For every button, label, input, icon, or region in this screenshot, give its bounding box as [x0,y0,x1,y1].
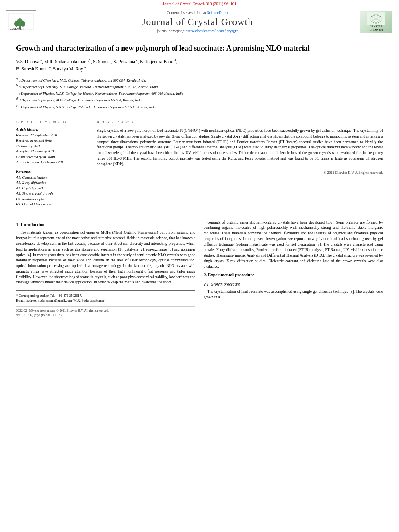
email-label: E-mail address: [16,298,37,302]
journal-header: ELSEVIER Contents lists available at Sci… [0,7,399,37]
accepted-date: Accepted 23 January 2011 [16,149,82,154]
keyword-5: B3. Nonlinear optical [16,197,82,202]
affiliation-c: c c Department of Physics, N.S.S. Colleg… [16,90,383,97]
main-content: Growth and characterization of a new pol… [0,37,399,326]
contents-available-line: Contents lists available at ScienceDirec… [167,11,228,15]
svg-point-3 [14,21,19,27]
corresponding-author-note: * Corresponding author. Tel.: +91 471 25… [16,293,195,298]
journal-reference-bar: Journal of Crystal Growth 319 (2011) 96–… [0,0,399,7]
issn-line: 0022-0248/$ - see front matter © 2011 El… [16,308,195,313]
keyword-4: A2. Single crystal growth [16,191,82,197]
email-address: sudarsanmr@gmail.com (M.R. Sudarsanakuma… [38,298,106,302]
keyword-1: A1. Characterization [16,175,82,181]
revised-date: 15 January 2011 [16,144,82,149]
crystal-growth-logo-container: CRYSTAL GROWTH CRYSTALGROWTH [358,10,394,33]
keyword-2: A1. X-ray diffraction [16,180,82,186]
history-title: Article history: [16,127,82,133]
article-info-column: A R T I C L E I N F O Article history: R… [16,120,88,207]
section2-heading: 2. Experimental procedure [204,272,383,278]
keywords-title: Keywords: [16,169,82,173]
body-content: 1. Introduction The materials known as c… [16,220,383,318]
elsevier-logo-container: ELSEVIER [5,10,37,33]
intro-paragraph-2: comings of organic materials, semi-organ… [204,220,383,270]
journal-main-title: Journal of Crystal Growth [142,16,253,27]
journal-title-container: Contents lists available at ScienceDirec… [40,10,355,33]
keywords-section: Keywords: A1. Characterization A1. X-ray… [16,169,82,207]
available-online: Available online 1 February 2011 [16,160,82,165]
journal-ref-text: Journal of Crystal Growth 319 (2011) 96–… [162,2,237,6]
homepage-line: journal homepage: www.elsevier.com/locat… [157,29,239,33]
email-footnote: E-mail address: sudarsanmr@gmail.com (M.… [16,298,195,303]
body-right-column: comings of organic materials, semi-organ… [204,220,383,318]
affiliations: a a Department of Chemistry, M.G. Colleg… [16,77,383,115]
info-abstract-section: A R T I C L E I N F O Article history: R… [16,120,383,207]
authors-line: V.S. Dhanya a, M.R. Sudarsanakumar a,*, … [16,58,383,72]
received-date: Received 22 September 2010 [16,133,82,138]
doi-line: doi:10.1016/j.jcrysgro.2011.01.073 [16,313,195,318]
svg-text:ELSEVIER: ELSEVIER [10,27,24,30]
affiliation-d: d d Department of Physics, M.G. College,… [16,97,383,103]
svg-point-4 [21,21,25,27]
affiliation-a: a a Department of Chemistry, M.G. Colleg… [16,77,383,84]
issn-doi-footnote: 0022-0248/$ - see front matter © 2011 El… [16,306,195,318]
received-revised-label: Received in revised form [16,138,82,144]
copyright-line: © 2011 Elsevier B.V. All rights reserved… [97,170,383,175]
elsevier-logo-svg: ELSEVIER [8,12,34,31]
abstract-column: A B S T R A C T Single crystals of a new… [97,120,383,207]
communicated-by: Communicated by M. Roth [16,154,82,160]
section2-subheading: 2.1. Growth procedure [204,281,383,288]
keyword-6: B3. Optical fiber devices [16,202,82,207]
author-dhanya: V.S. Dhanya a, M.R. Sudarsanakumar a,*, … [16,59,177,64]
section2-paragraph: The crystallization of lead succinate wa… [204,289,383,300]
crystal-growth-logo-text: CRYSTALGROWTH [369,25,383,31]
keyword-3: A1. Crystal growth [16,186,82,191]
footnote-area: * Corresponding author. Tel.: +91 471 25… [16,290,195,303]
body-left-column: 1. Introduction The materials known as c… [16,220,195,318]
intro-paragraph-1: The materials known as coordination poly… [16,230,195,286]
article-history: Article history: Received 22 September 2… [16,127,82,165]
sciencedirect-link[interactable]: ScienceDirect [207,11,228,15]
affiliation-e: e e Department of Physics, N.S.S. Colleg… [16,103,383,110]
contents-label: Contents lists available at [167,11,206,15]
article-info-label: A R T I C L E I N F O [16,120,82,124]
abstract-text: Single crystals of a new polymorph of le… [97,128,383,167]
homepage-url[interactable]: www.elsevier.com/locate/jcrysgro [186,29,238,33]
crystal-growth-logo: CRYSTAL GROWTH CRYSTALGROWTH [360,11,392,33]
affiliation-b: b b Department of Chemistry, S.N. Colleg… [16,83,383,90]
elsevier-logo: ELSEVIER [6,10,36,33]
homepage-label: journal homepage: [157,29,185,33]
article-title: Growth and characterization of a new pol… [16,44,383,53]
section-divider [16,214,383,214]
crystal-logo-svg: CRYSTAL GROWTH [362,12,390,25]
section1-heading: 1. Introduction [16,222,195,228]
author-suresh: B. Suresh Kumar e, Sunalya M. Roy a [16,66,86,71]
abstract-label: A B S T R A C T [97,120,383,125]
